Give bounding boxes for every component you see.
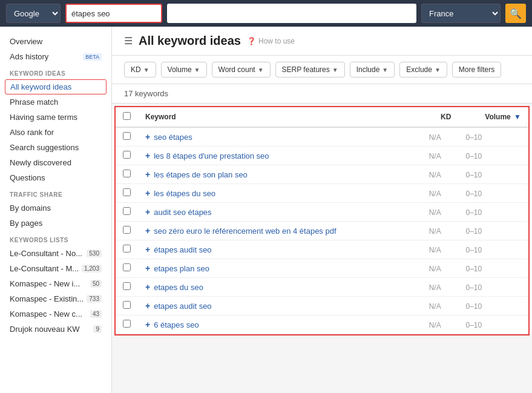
filter-include-button[interactable]: Include ▼ xyxy=(350,62,395,78)
sidebar-item-questions[interactable]: Questions xyxy=(0,170,111,185)
kd-column-header[interactable]: KD xyxy=(422,107,459,127)
add-keyword-icon[interactable]: + xyxy=(145,170,150,179)
add-keyword-icon[interactable]: + xyxy=(145,132,150,142)
filter-serp-features-button[interactable]: SERP features ▼ xyxy=(275,62,345,78)
kd-value: N/A xyxy=(429,246,441,254)
kd-cell: N/A xyxy=(422,147,459,165)
keyword-cell: + les étapes du seo xyxy=(138,184,422,203)
sidebar-item-ads-history[interactable]: Ads history BETA xyxy=(0,49,111,64)
select-all-checkbox[interactable] xyxy=(123,112,131,120)
filter-exclude-button[interactable]: Exclude ▼ xyxy=(399,62,447,78)
keyword-link[interactable]: etapes audit seo xyxy=(154,302,211,311)
row-checkbox[interactable] xyxy=(123,282,131,290)
row-checkbox-cell[interactable] xyxy=(116,259,138,278)
row-checkbox[interactable] xyxy=(123,170,131,177)
layout: Overview Ads history BETA KEYWORD IDEAS … xyxy=(0,27,532,393)
keyword-link[interactable]: les étapes de son plan seo xyxy=(154,170,248,179)
volume-cell: 0–10 xyxy=(458,278,528,297)
filter-word-count-button[interactable]: Word count ▼ xyxy=(212,62,271,78)
row-checkbox[interactable] xyxy=(123,132,131,140)
row-checkbox-cell[interactable] xyxy=(116,165,138,184)
keyword-link[interactable]: etapes plan seo xyxy=(154,264,209,273)
row-checkbox-cell[interactable] xyxy=(116,184,138,203)
sidebar-item-phrase-match[interactable]: Phrase match xyxy=(0,94,111,110)
sidebar-item-list-1[interactable]: Le-Consultant - No... 530 xyxy=(0,246,111,261)
search-button[interactable]: 🔍 xyxy=(505,4,526,23)
volume-cell: 0–10 xyxy=(458,127,528,147)
keyword-link[interactable]: étapes audit seo xyxy=(154,245,211,254)
hamburger-icon[interactable]: ☰ xyxy=(124,35,133,47)
add-keyword-icon[interactable]: + xyxy=(145,282,150,292)
add-keyword-icon[interactable]: + xyxy=(145,320,150,329)
filter-label: Volume xyxy=(168,65,192,74)
kd-cell: N/A xyxy=(422,278,459,297)
sidebar-item-having-same-terms[interactable]: Having same terms xyxy=(0,110,111,125)
kd-cell: N/A xyxy=(422,259,459,278)
add-keyword-icon[interactable]: + xyxy=(145,263,150,273)
row-checkbox-cell[interactable] xyxy=(116,315,138,334)
row-checkbox-cell[interactable] xyxy=(116,147,138,165)
filter-label: More filters xyxy=(459,65,494,74)
row-checkbox[interactable] xyxy=(123,151,131,159)
row-checkbox-cell[interactable] xyxy=(116,127,138,147)
volume-cell: 0–10 xyxy=(458,147,528,165)
add-keyword-icon[interactable]: + xyxy=(145,245,150,254)
volume-column-header[interactable]: Volume ▼ xyxy=(458,107,528,127)
row-checkbox[interactable] xyxy=(123,226,131,234)
add-keyword-icon[interactable]: + xyxy=(145,226,150,236)
add-keyword-icon[interactable]: + xyxy=(145,301,150,311)
filter-volume-button[interactable]: Volume ▼ xyxy=(161,62,207,78)
sidebar-item-label: Komaspec - Existin... xyxy=(10,294,84,303)
how-to-use-link[interactable]: ❓ How to use xyxy=(247,37,295,45)
keyword-link[interactable]: 6 étapes seo xyxy=(154,320,199,329)
add-keyword-icon[interactable]: + xyxy=(145,188,150,198)
location-select[interactable]: France United States United Kingdom xyxy=(421,4,501,23)
sidebar-item-list-4[interactable]: Komaspec - Existin... 733 xyxy=(0,291,111,306)
filter-more-button[interactable]: More filters xyxy=(452,62,501,78)
select-all-checkbox-header[interactable] xyxy=(116,107,138,127)
sidebar-item-also-rank-for[interactable]: Also rank for xyxy=(0,125,111,140)
sidebar-item-list-6[interactable]: Drujok nouveau KW 9 xyxy=(0,322,111,337)
volume-cell: 0–10 xyxy=(458,315,528,334)
sidebar-item-by-pages[interactable]: By pages xyxy=(0,216,111,231)
row-checkbox[interactable] xyxy=(123,320,131,328)
row-checkbox[interactable] xyxy=(123,245,131,253)
table-row: + étapes audit seo N/A 0–10 xyxy=(116,240,528,259)
sidebar-item-list-3[interactable]: Komaspec - New i... 50 xyxy=(0,276,111,291)
keyword-column-header[interactable]: Keyword xyxy=(138,107,422,127)
row-checkbox-cell[interactable] xyxy=(116,203,138,222)
keyword-link[interactable]: les étapes du seo xyxy=(154,189,215,198)
keyword-link[interactable]: seo zéro euro le référencement web en 4 … xyxy=(154,226,336,236)
keyword-link[interactable]: les 8 étapes d'une prestation seo xyxy=(154,151,269,160)
sidebar-item-list-2[interactable]: Le-Consultant - M... 1,203 xyxy=(0,261,111,276)
sidebar-item-by-domains[interactable]: By domains xyxy=(0,200,111,216)
search-query-input[interactable] xyxy=(65,4,162,23)
row-checkbox[interactable] xyxy=(123,263,131,271)
sidebar-item-newly-discovered[interactable]: Newly discovered xyxy=(0,155,111,170)
keyword-link[interactable]: audit seo étapes xyxy=(154,208,211,217)
main-content: ☰ All keyword ideas ❓ How to use KD ▼ Vo… xyxy=(112,27,532,393)
sidebar-item-list-5[interactable]: Komaspec - New c... 43 xyxy=(0,306,111,322)
row-checkbox-cell[interactable] xyxy=(116,240,138,259)
keyword-input[interactable] xyxy=(167,4,416,23)
kd-cell: N/A xyxy=(422,222,459,240)
sidebar-item-label: Le-Consultant - No... xyxy=(10,249,82,258)
search-engine-select[interactable]: Google Bing YouTube xyxy=(6,4,61,23)
row-checkbox-cell[interactable] xyxy=(116,222,138,240)
keyword-link[interactable]: etapes du seo xyxy=(154,283,203,292)
row-checkbox[interactable] xyxy=(123,301,131,309)
filter-label: Word count xyxy=(218,65,255,74)
add-keyword-icon[interactable]: + xyxy=(145,207,150,217)
row-checkbox-cell[interactable] xyxy=(116,278,138,297)
keyword-link[interactable]: seo étapes xyxy=(154,133,192,142)
filter-kd-button[interactable]: KD ▼ xyxy=(124,62,156,78)
sidebar-section-traffic-share: TRAFFIC SHARE xyxy=(0,185,111,200)
chevron-down-icon: ▼ xyxy=(258,67,264,73)
row-checkbox[interactable] xyxy=(123,207,131,215)
add-keyword-icon[interactable]: + xyxy=(145,151,150,160)
sidebar-item-overview[interactable]: Overview xyxy=(0,34,111,49)
sidebar-item-all-keyword-ideas[interactable]: All keyword ideas xyxy=(5,79,107,94)
row-checkbox[interactable] xyxy=(123,188,131,196)
sidebar-item-search-suggestions[interactable]: Search suggestions xyxy=(0,140,111,155)
row-checkbox-cell[interactable] xyxy=(116,297,138,315)
